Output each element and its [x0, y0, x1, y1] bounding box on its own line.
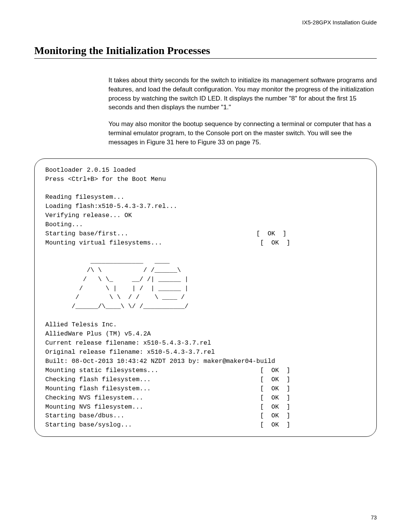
header-guide-label: IX5-28GPX Installation Guide [34, 19, 377, 26]
intro-section: It takes about thirty seconds for the sw… [108, 76, 377, 147]
page-number: 73 [371, 514, 377, 521]
intro-paragraph-1: It takes about thirty seconds for the sw… [108, 76, 377, 112]
terminal-output-text: Bootloader 2.0.15 loaded Press <Ctrl+B> … [45, 166, 366, 430]
intro-paragraph-2: You may also monitor the bootup sequence… [108, 120, 377, 147]
page-title: Monitoring the Initialization Processes [34, 45, 377, 59]
terminal-output-box: Bootloader 2.0.15 loaded Press <Ctrl+B> … [34, 158, 377, 437]
